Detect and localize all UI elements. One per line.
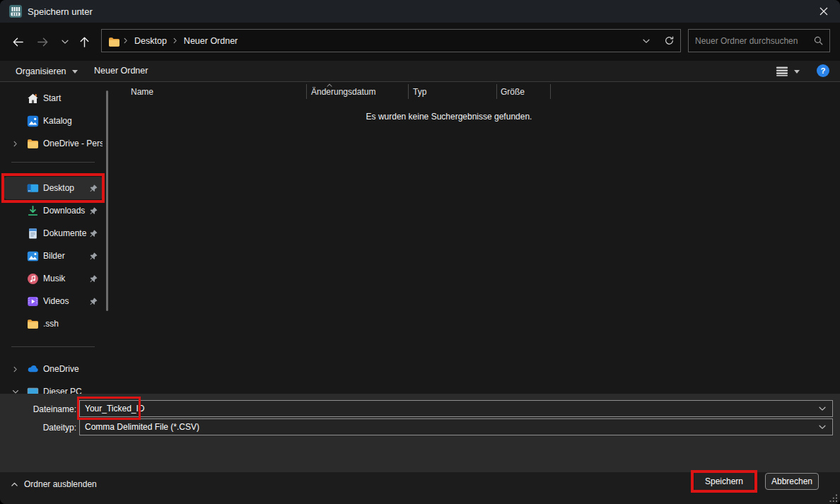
folder-icon [27,138,39,150]
hide-folders-label: Ordner ausblenden [24,479,97,489]
close-button[interactable] [807,0,840,23]
sort-ascending-icon [325,82,334,87]
folder-icon [27,318,39,330]
filetype-label: Dateityp: [0,423,76,433]
change-view-button[interactable] [775,64,800,79]
filename-label: Dateiname: [0,404,76,414]
sidebar-scrollbar[interactable] [106,90,108,311]
search-icon [813,35,824,46]
forward-arrow-icon [36,35,49,49]
sidebar-item-desktop[interactable]: Desktop [4,177,103,199]
help-button[interactable]: ? [817,64,829,77]
pin-icon [89,274,98,283]
downloads-icon [27,205,39,217]
sidebar-item-label: Katalog [43,116,103,126]
help-icon: ? [820,66,825,75]
forward-button[interactable] [35,34,50,49]
sidebar: StartKatalogOneDrive - PersönlichDesktop… [0,82,105,394]
chevron-down-icon[interactable] [817,404,827,414]
filetype-select[interactable]: Comma Delimited File (*.CSV) [79,418,833,435]
details-view-icon [775,66,789,77]
sidebar-item-label: Videos [43,296,89,306]
column-header-date[interactable]: Änderungsdatum [311,87,375,97]
sidebar-item-katalog[interactable]: Katalog [4,110,103,132]
chevron-down-icon[interactable] [817,422,827,432]
document-icon [27,228,39,240]
chevron-right-icon[interactable] [11,139,27,148]
sidebar-item-label: Desktop [43,183,89,193]
chevron-down-icon [794,70,800,74]
chevron-down-icon[interactable] [641,36,651,46]
sidebar-item-label: Downloads [43,206,89,216]
up-button[interactable] [76,34,92,49]
chevron-spacer [11,116,27,126]
column-separator[interactable] [306,84,307,99]
filename-input[interactable]: Your_Ticked_ID [79,400,833,417]
sidebar-item-onedrive[interactable]: OneDrive [4,358,103,380]
chevron-down-icon [72,70,78,74]
column-separator[interactable] [496,84,497,99]
dialog-body: StartKatalogOneDrive - PersönlichDesktop… [0,82,840,394]
back-arrow-icon [11,35,25,49]
sidebar-item-videos[interactable]: Videos [4,290,103,312]
save-button[interactable]: Speichern [694,473,754,490]
chevron-spacer [11,251,27,261]
sidebar-item-label: OneDrive - Persönlich [43,139,103,148]
sidebar-item-ssh[interactable]: .ssh [4,312,103,335]
chevron-spacer [11,296,27,306]
back-button[interactable] [10,34,25,49]
sidebar-item-downloads[interactable]: Downloads [4,199,103,222]
cloud-icon [27,363,39,375]
sidebar-item-dokumente[interactable]: Dokumente [4,222,103,245]
folder-icon [108,36,120,46]
new-folder-label: Neuer Ordner [94,66,148,76]
refresh-icon[interactable] [664,35,675,46]
navigation-bar: Desktop Neuer Ordner Neuer Ordner durchs… [0,23,840,61]
column-separator[interactable] [408,84,409,99]
sidebar-item-onedrive-pers-nlich[interactable]: OneDrive - Persönlich [4,132,103,155]
titlebar: Speichern unter [0,0,840,23]
resize-grip[interactable] [829,494,838,503]
window-title: Speichern unter [28,6,93,17]
breadcrumb-item-desktop[interactable]: Desktop [132,36,170,46]
pc-icon [27,386,39,394]
breadcrumb-item-neuer-ordner[interactable]: Neuer Ordner [181,36,240,46]
chevron-right-icon[interactable] [122,37,130,45]
file-list-header: Name Änderungsdatum Typ Größe [113,82,840,100]
chevron-spacer [11,274,27,283]
chevron-spacer [11,93,27,103]
file-form-panel: Dateiname: Your_Ticked_ID Dateityp: Comm… [0,394,840,472]
toolbar: Organisieren Neuer Ordner ? [0,61,840,82]
chevron-spacer [11,206,27,216]
home-icon [27,93,39,105]
save-as-dialog: Speichern unter Desktop Neuer Ordner [0,0,840,504]
chevron-right-icon[interactable] [171,37,180,45]
chevron-down-icon[interactable] [11,387,27,394]
videos-icon [27,295,39,307]
sidebar-item-dieser-pc[interactable]: Dieser PC [4,380,103,394]
recent-locations-button[interactable] [57,34,73,49]
column-header-name[interactable]: Name [131,87,153,97]
column-separator[interactable] [550,84,551,99]
sidebar-item-start[interactable]: Start [4,87,103,110]
close-icon [819,7,828,16]
sidebar-item-label: Dokumente [43,228,89,238]
cancel-button[interactable]: Abbrechen [765,473,819,490]
sidebar-item-musik[interactable]: Musik [4,267,103,290]
column-header-type[interactable]: Typ [413,87,426,97]
column-header-size[interactable]: Größe [501,87,525,97]
breadcrumb[interactable]: Desktop Neuer Ordner [101,29,681,52]
hide-folders-button[interactable]: Ordner ausblenden [10,479,97,489]
pin-icon [89,252,98,261]
new-folder-button[interactable]: Neuer Ordner [94,66,148,76]
sidebar-separator [11,346,95,347]
chevron-down-icon [60,37,70,47]
app-icon [9,5,22,18]
music-icon [27,273,39,285]
chevron-right-icon[interactable] [11,364,27,374]
chevron-spacer [11,228,27,238]
sidebar-item-label: Start [43,93,103,103]
search-input[interactable]: Neuer Ordner durchsuchen [688,29,830,52]
sidebar-item-bilder[interactable]: Bilder [4,245,103,267]
organize-button[interactable]: Organisieren [16,64,78,78]
